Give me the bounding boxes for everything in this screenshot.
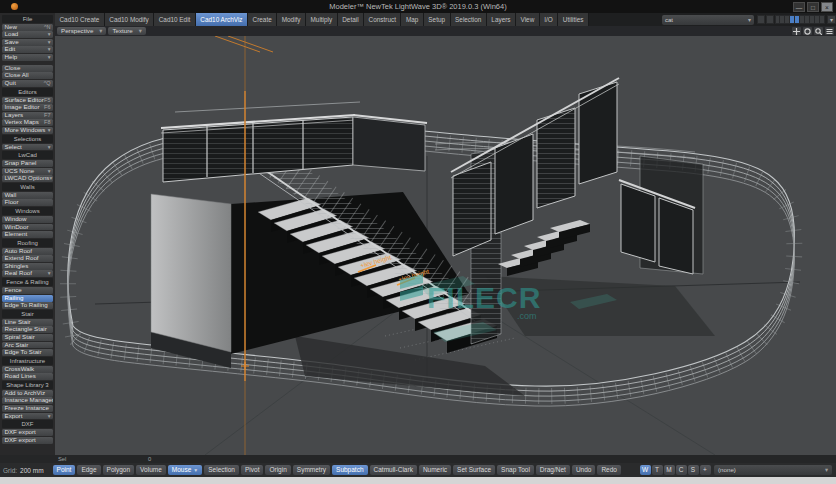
sidebar-item-export[interactable]: Export▾ (2, 413, 53, 420)
tab-cad10-archviz[interactable]: Cad10 ArchViz (196, 13, 248, 26)
sidebar-item-more-windows[interactable]: More Windows▾ (2, 127, 53, 134)
sidebar-item-save[interactable]: Save▾ (2, 39, 53, 46)
tab-construct[interactable]: Construct (364, 13, 401, 26)
sidebar-item-railing[interactable]: Railing (2, 295, 53, 302)
view-mode-dropdown[interactable]: Perspective ▾ (57, 27, 106, 36)
sidebar-item-vertex-maps[interactable]: Vertex MapsF8 (2, 119, 53, 126)
toolbar-button-selection[interactable]: Selection (204, 465, 239, 475)
toolbar-button-snap-tool[interactable]: Snap Tool (497, 465, 534, 475)
tab-cad10-modify[interactable]: Cad10 Modify (105, 13, 154, 26)
sidebar-item-add-to-archviz[interactable]: Add to ArchViz (2, 390, 53, 397)
sidebar-item-rectangle-stair[interactable]: Rectangle Stair (2, 326, 53, 333)
minimize-button[interactable]: — (793, 2, 805, 12)
toolbar-button-numeric[interactable]: Numeric (419, 465, 451, 475)
sidebar-item-road-lines[interactable]: Road Lines (2, 373, 53, 380)
sidebar-item-auto-roof[interactable]: Auto Roof (2, 248, 53, 255)
zoom-view-button[interactable] (814, 27, 823, 36)
sidebar-item-new[interactable]: New^N (2, 24, 53, 31)
layer-cell-10[interactable] (820, 15, 825, 24)
tab-modify[interactable]: Modify (277, 13, 306, 26)
toolbar-button-pivot[interactable]: Pivot (241, 465, 263, 475)
vmap-button-m[interactable]: M (664, 465, 675, 475)
sidebar-item-label: DXF export (5, 437, 36, 444)
tab-layers[interactable]: Layers (487, 13, 516, 26)
toolbar-button-redo[interactable]: Redo (597, 465, 621, 475)
sidebar-item-windoor[interactable]: WinDoor (2, 224, 53, 231)
toolbar-button-symmetry[interactable]: Symmetry (293, 465, 330, 475)
vmap-button-[interactable]: + (700, 465, 711, 475)
sidebar-item-label: Instance Manager (5, 397, 54, 404)
tab-cad10-edit[interactable]: Cad10 Edit (154, 13, 196, 26)
sidebar-item-crosswalk[interactable]: CrossWalk (2, 366, 53, 373)
toolbar-button-set-surface[interactable]: Set Surface (453, 465, 495, 475)
sidebar-item-surface-editor[interactable]: Surface EditorF5 (2, 97, 53, 104)
sidebar-item-real-roof[interactable]: Real Roof▾ (2, 270, 53, 277)
sidebar-item-element[interactable]: Element (2, 231, 53, 238)
toolbar-button-origin[interactable]: Origin (265, 465, 290, 475)
tab-create[interactable]: Create (248, 13, 277, 26)
sidebar-item-freeze-instance[interactable]: Freeze Instance (2, 405, 53, 412)
viewport-menu-button[interactable] (825, 27, 834, 36)
vmap-button-c[interactable]: C (676, 465, 687, 475)
vmap-button-s[interactable]: S (688, 465, 699, 475)
toolbar-button-mouse[interactable]: Mouse▼ (168, 465, 202, 475)
tab-i-o[interactable]: I/O (540, 13, 559, 26)
sidebar-item-window[interactable]: Window (2, 216, 53, 223)
sidebar-item-instance-manager[interactable]: Instance Manager (2, 397, 53, 404)
vmap-button-t[interactable]: T (652, 465, 663, 475)
toolbar-button-volume[interactable]: Volume (136, 465, 166, 475)
sidebar-item-lwcad-options[interactable]: LWCAD Options▾ (2, 175, 53, 182)
toolbar-button-undo[interactable]: Undo (572, 465, 596, 475)
tab-cad10-create[interactable]: Cad10 Create (55, 13, 105, 26)
vmap-button-w[interactable]: W (640, 465, 651, 475)
close-button[interactable]: × (821, 2, 833, 12)
sidebar-item-load[interactable]: Load▾ (2, 31, 53, 38)
sidebar-item-fence[interactable]: Fence (2, 287, 53, 294)
sidebar-item-floor[interactable]: Floor (2, 199, 53, 206)
sidebar-item-close[interactable]: Close (2, 65, 53, 72)
maximize-button[interactable]: □ (807, 2, 819, 12)
sidebar-item-ucs-none[interactable]: UCS None▾ (2, 168, 53, 175)
tab-multiply[interactable]: Multiply (306, 13, 338, 26)
sidebar-item-snap-panel[interactable]: Snap Panel (2, 160, 53, 167)
sidebar-item-spiral-stair[interactable]: Spiral Stair (2, 334, 53, 341)
sidebar-item-close-all[interactable]: Close All (2, 72, 53, 79)
layer-bank-dropdown[interactable]: ▾ (827, 15, 836, 24)
sidebar-item-layers[interactable]: LayersF7 (2, 112, 53, 119)
tab-map[interactable]: Map (401, 13, 423, 26)
sidebar-item-line-stair[interactable]: Line Stair (2, 319, 53, 326)
sidebar-item-edit[interactable]: Edit▾ (2, 46, 53, 53)
layer-tool-button[interactable] (757, 15, 765, 24)
shading-mode-dropdown[interactable]: Texture ▾ (108, 27, 145, 36)
sidebar-item-wall[interactable]: Wall (2, 192, 53, 199)
sidebar-item-dxf-export[interactable]: DXF export (2, 429, 53, 436)
sidebar-item-shingles[interactable]: Shingles (2, 263, 53, 270)
sidebar-item-image-editor[interactable]: Image EditorF6 (2, 104, 53, 111)
preset-dropdown[interactable]: cat ▾ (662, 15, 754, 25)
sidebar-item-extend-roof[interactable]: Extend Roof (2, 255, 53, 262)
viewport[interactable]: +lev height +lev height FILECR .com (55, 36, 836, 455)
sidebar-item-help[interactable]: Help▾ (2, 54, 53, 61)
tab-setup[interactable]: Setup (424, 13, 451, 26)
tab-selection[interactable]: Selection (451, 13, 487, 26)
sidebar-item-dxf-export[interactable]: DXF export (2, 437, 53, 444)
tab-view[interactable]: View (516, 13, 540, 26)
upper-deck-railing (161, 102, 427, 182)
toolbar-button-catmull-clark[interactable]: Catmull-Clark (370, 465, 417, 475)
toolbar-button-subpatch[interactable]: Subpatch (332, 465, 367, 475)
sidebar-item-quit[interactable]: Quit^Q (2, 80, 53, 87)
toolbar-button-point[interactable]: Point (53, 465, 76, 475)
rotate-view-button[interactable] (803, 27, 812, 36)
toolbar-button-drag-net[interactable]: Drag/Net (536, 465, 570, 475)
vmap-selector-dropdown[interactable]: (none) ▾ (714, 465, 832, 475)
layer-tool-button[interactable] (766, 15, 774, 24)
pan-view-button[interactable] (792, 27, 801, 36)
sidebar-item-edge-to-railing[interactable]: Edge To Railing (2, 302, 53, 309)
toolbar-button-edge[interactable]: Edge (77, 465, 100, 475)
sidebar-item-edge-to-stair[interactable]: Edge To Stair (2, 349, 53, 356)
tab-utilities[interactable]: Utilities (558, 13, 589, 26)
sidebar-item-arc-stair[interactable]: Arc Stair (2, 342, 53, 349)
sidebar-item-select[interactable]: Select▾ (2, 144, 53, 151)
toolbar-button-polygon[interactable]: Polygon (103, 465, 135, 475)
tab-detail[interactable]: Detail (338, 13, 364, 26)
